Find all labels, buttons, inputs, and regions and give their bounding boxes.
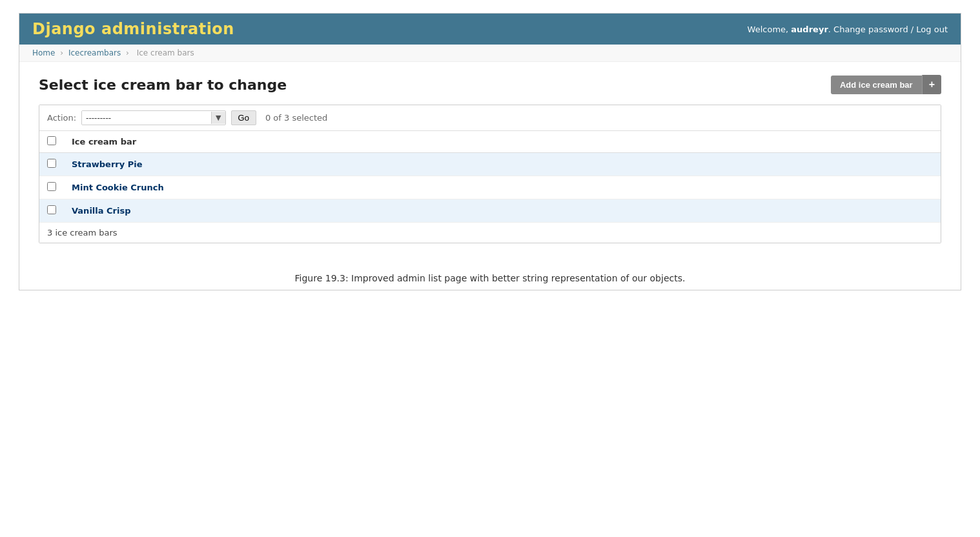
breadcrumb-sep1: › [60,48,66,57]
row-checkbox-cell [39,176,64,199]
table-body: Strawberry PieMint Cookie CrunchVanilla … [39,153,941,223]
row-name-cell: Mint Cookie Crunch [64,176,941,199]
table-row: Vanilla Crisp [39,199,941,223]
caption-text: Figure 19.3: Improved admin list page wi… [295,273,686,283]
row-name-cell: Strawberry Pie [64,153,941,176]
breadcrumb-current: Ice cream bars [137,48,194,57]
welcome-text: Welcome, [748,25,789,34]
action-select-wrapper: --------- ▼ [81,110,225,125]
action-bar: Action: --------- ▼ Go 0 of 3 selected [39,105,941,131]
list-container: Action: --------- ▼ Go 0 of 3 selected [39,105,941,243]
row-name-link[interactable]: Strawberry Pie [72,159,143,169]
action-select[interactable]: --------- [82,111,211,125]
add-button-group: Add ice cream bar + [831,75,941,94]
list-footer: 3 ice cream bars [39,223,941,243]
go-button[interactable]: Go [231,110,256,125]
breadcrumb-home[interactable]: Home [32,48,55,57]
item-count: 3 ice cream bars [47,228,117,238]
header: Django administration Welcome, audreyr. … [19,14,961,45]
main-content: Select ice cream bar to change Add ice c… [19,62,961,263]
add-ice-cream-bar-button[interactable]: Add ice cream bar [831,76,922,94]
row-checkbox[interactable] [47,159,56,168]
site-title: Django administration [32,20,234,38]
breadcrumb-section[interactable]: Icecreambars [68,48,121,57]
breadcrumb: Home › Icecreambars › Ice cream bars [19,45,961,62]
items-table: Ice cream bar Strawberry PieMint Cookie … [39,131,941,223]
header-checkbox-cell [39,131,64,153]
row-name-link[interactable]: Vanilla Crisp [72,206,131,216]
select-all-checkbox[interactable] [47,136,56,145]
user-info: Welcome, audreyr. Change password / Log … [748,25,948,34]
page-header: Select ice cream bar to change Add ice c… [39,75,941,94]
add-icon-button[interactable]: + [922,75,941,94]
breadcrumb-sep2: › [126,48,132,57]
username: audreyr [791,25,828,34]
row-name-link[interactable]: Mint Cookie Crunch [72,183,164,192]
row-checkbox-cell [39,153,64,176]
table-header-row: Ice cream bar [39,131,941,153]
table-row: Strawberry Pie [39,153,941,176]
row-name-cell: Vanilla Crisp [64,199,941,223]
change-password-link[interactable]: Change password [833,25,908,34]
table-header: Ice cream bar [39,131,941,153]
table-row: Mint Cookie Crunch [39,176,941,199]
action-select-arrow-icon: ▼ [211,112,225,124]
action-label: Action: [47,113,76,123]
row-checkbox[interactable] [47,182,56,191]
selected-count: 0 of 3 selected [265,113,327,123]
column-header-name: Ice cream bar [64,131,941,153]
row-checkbox[interactable] [47,205,56,214]
logout-link[interactable]: Log out [916,25,948,34]
row-checkbox-cell [39,199,64,223]
figure-caption: Figure 19.3: Improved admin list page wi… [19,273,961,290]
page-wrapper: Django administration Welcome, audreyr. … [19,13,961,290]
page-title: Select ice cream bar to change [39,77,287,93]
